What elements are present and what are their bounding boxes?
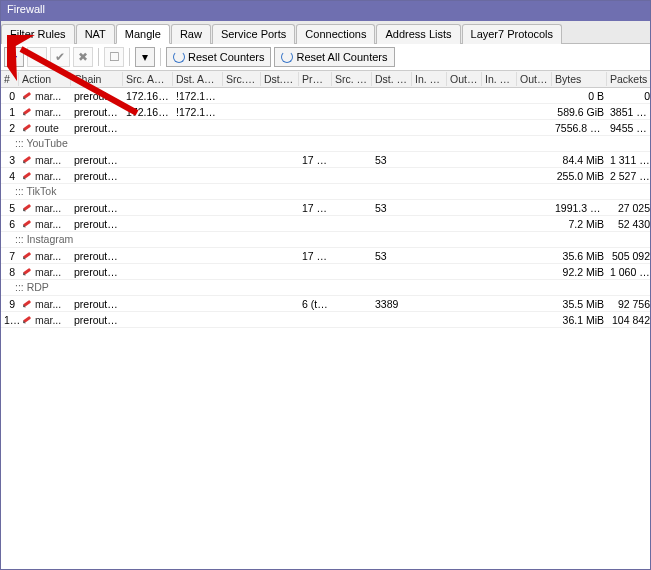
column-header[interactable]: Packets: [607, 72, 650, 86]
tabbar: Filter RulesNATMangleRawService PortsCon…: [1, 21, 650, 44]
pencil-icon: [22, 90, 32, 100]
tab-raw[interactable]: Raw: [171, 24, 211, 44]
pencil-icon: [22, 266, 32, 276]
cell: 1991.3 KiB: [552, 202, 607, 214]
column-header[interactable]: In. Inter...: [482, 72, 517, 86]
cell: mar...: [19, 154, 71, 166]
column-header[interactable]: Out. Int...: [447, 72, 482, 86]
pencil-icon: [22, 154, 32, 164]
cell: 6: [1, 218, 19, 230]
action-label: route: [32, 122, 59, 134]
separator: [98, 48, 99, 66]
tab-service-ports[interactable]: Service Ports: [212, 24, 295, 44]
cell: prerouting: [71, 170, 123, 182]
cell: prerouting: [71, 122, 123, 134]
cell: prerouting: [71, 250, 123, 262]
cell: 9455 730...: [607, 122, 650, 134]
cell: prerouting: [71, 106, 123, 118]
cell: 36.1 MiB: [552, 314, 607, 326]
remove-button[interactable]: −: [27, 47, 47, 67]
column-header[interactable]: Src. Ad...: [223, 72, 261, 86]
cell: 35.5 MiB: [552, 298, 607, 310]
grid-header: #ActionChainSrc. AddressDst. AddressSrc.…: [1, 71, 650, 88]
cell: 52 430: [607, 218, 650, 230]
action-label: mar...: [32, 90, 61, 102]
pencil-icon: [22, 250, 32, 260]
tab-address-lists[interactable]: Address Lists: [376, 24, 460, 44]
pencil-icon: [22, 106, 32, 116]
reset-counters-button[interactable]: Reset Counters: [166, 47, 271, 67]
group-row[interactable]: ::: YouTube: [1, 136, 650, 152]
column-header[interactable]: Chain: [71, 72, 123, 86]
column-header[interactable]: Out. Int...: [517, 72, 552, 86]
enable-button[interactable]: ✔: [50, 47, 70, 67]
pencil-icon: [22, 202, 32, 212]
column-header[interactable]: Proto...: [299, 72, 332, 86]
cell: prerouting: [71, 266, 123, 278]
separator: [129, 48, 130, 66]
cell: 53: [372, 250, 412, 262]
comment-button[interactable]: ☐: [104, 47, 124, 67]
tab-filter-rules[interactable]: Filter Rules: [1, 24, 75, 44]
pencil-icon: [22, 122, 32, 132]
table-row[interactable]: 6 mar...prerouting7.2 MiB52 430: [1, 216, 650, 232]
table-row[interactable]: 10 mar...prerouting36.1 MiB104 842: [1, 312, 650, 328]
cell: 104 842: [607, 314, 650, 326]
cell: 589.6 GiB: [552, 106, 607, 118]
column-header[interactable]: #: [1, 72, 19, 86]
column-header[interactable]: Dst. Ad...: [261, 72, 299, 86]
cell: 3389: [372, 298, 412, 310]
reset-icon: [173, 51, 185, 63]
pencil-icon: [22, 170, 32, 180]
cell: route: [19, 122, 71, 134]
column-header[interactable]: Src. Port: [332, 72, 372, 86]
table-row[interactable]: 7 mar...prerouting17 (u...5335.6 MiB505 …: [1, 248, 650, 264]
column-header[interactable]: In. Inter...: [412, 72, 447, 86]
tab-nat[interactable]: NAT: [76, 24, 115, 44]
cell: 7556.8 GiB: [552, 122, 607, 134]
group-row[interactable]: ::: TikTok: [1, 184, 650, 200]
add-button[interactable]: +: [4, 47, 24, 67]
cell: 27 025: [607, 202, 650, 214]
cell: 53: [372, 154, 412, 166]
cell: 84.4 MiB: [552, 154, 607, 166]
tab-mangle[interactable]: Mangle: [116, 24, 170, 44]
cell: 7.2 MiB: [552, 218, 607, 230]
disable-button[interactable]: ✖: [73, 47, 93, 67]
toolbar: + − ✔ ✖ ☐ ▾ Reset Counters Reset All Cou…: [1, 44, 650, 71]
column-header[interactable]: Bytes: [552, 72, 607, 86]
table-row[interactable]: 8 mar...prerouting92.2 MiB1 060 059: [1, 264, 650, 280]
cell: prerouting: [71, 90, 123, 102]
table-row[interactable]: 0 mar...prerouting172.16.0.0/...!172.16.…: [1, 88, 650, 104]
cell: prerouting: [71, 154, 123, 166]
column-header[interactable]: Action: [19, 72, 71, 86]
reset-all-counters-button[interactable]: Reset All Counters: [274, 47, 394, 67]
cell: 7: [1, 250, 19, 262]
column-header[interactable]: Src. Address: [123, 72, 173, 86]
table-row[interactable]: 4 mar...prerouting255.0 MiB2 527 054: [1, 168, 650, 184]
pencil-icon: [22, 298, 32, 308]
column-header[interactable]: Dst. Address: [173, 72, 223, 86]
tab-layer7-protocols[interactable]: Layer7 Protocols: [462, 24, 563, 44]
filter-button[interactable]: ▾: [135, 47, 155, 67]
cell: 172.16.10....: [123, 106, 173, 118]
cell: mar...: [19, 250, 71, 262]
cell: 3: [1, 154, 19, 166]
table-row[interactable]: 9 mar...prerouting6 (tcp)338935.5 MiB92 …: [1, 296, 650, 312]
table-row[interactable]: 1 mar...prerouting172.16.10....!172.16.0…: [1, 104, 650, 120]
group-row[interactable]: ::: Instagram: [1, 232, 650, 248]
cell: 172.16.0.0/...: [123, 90, 173, 102]
group-row[interactable]: ::: RDP: [1, 280, 650, 296]
separator: [160, 48, 161, 66]
cell: !172.16.0.0....: [173, 106, 223, 118]
tab-connections[interactable]: Connections: [296, 24, 375, 44]
table-row[interactable]: 5 mar...prerouting17 (u...531991.3 KiB27…: [1, 200, 650, 216]
cell: 92.2 MiB: [552, 266, 607, 278]
rules-grid[interactable]: #ActionChainSrc. AddressDst. AddressSrc.…: [1, 71, 650, 569]
table-row[interactable]: 3 mar...prerouting17 (u...5384.4 MiB1 31…: [1, 152, 650, 168]
table-row[interactable]: 2 routeprerouting7556.8 GiB9455 730...: [1, 120, 650, 136]
action-label: mar...: [32, 154, 61, 166]
cell: 1 311 055: [607, 154, 650, 166]
column-header[interactable]: Dst. Port: [372, 72, 412, 86]
cell: 4: [1, 170, 19, 182]
